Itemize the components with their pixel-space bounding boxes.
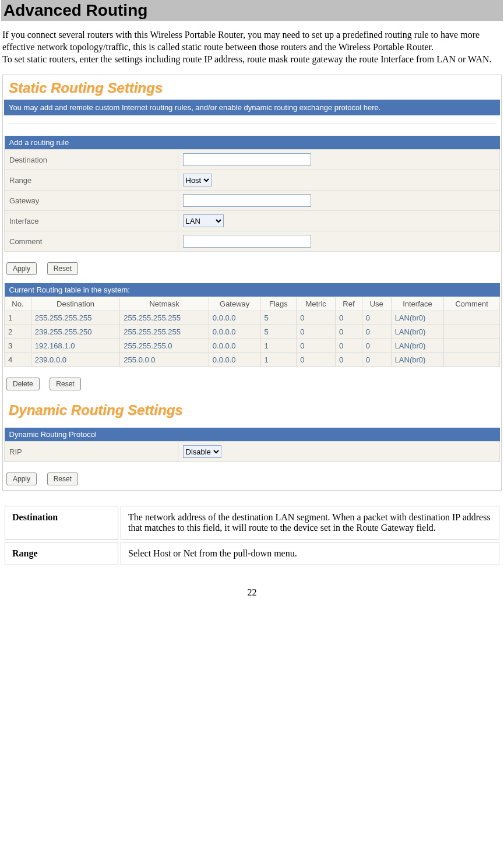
table-cell: 192.168.1.0 (31, 339, 120, 353)
table-cell: 0 (362, 311, 391, 325)
comment-input[interactable] (183, 235, 311, 248)
page-number: 22 (0, 587, 504, 598)
definition-term: Destination (5, 506, 118, 540)
table-cell: 0 (336, 353, 362, 367)
dynamic-routing-title: Dynamic Routing Protocol (5, 428, 500, 442)
static-routing-heading: Static Routing Settings (4, 76, 500, 100)
table-cell: 255.0.0.0 (120, 353, 209, 367)
table-row: 2239.255.255.250255.255.255.2550.0.0.050… (5, 325, 500, 339)
table-cell (444, 339, 500, 353)
table-row: 1255.255.255.255255.255.255.2550.0.0.050… (5, 311, 500, 325)
table-cell: 0 (297, 353, 336, 367)
destination-label: Destination (5, 150, 178, 170)
table-cell: 0 (297, 325, 336, 339)
table-cell: LAN(br0) (391, 325, 444, 339)
table-cell: 239.255.255.250 (31, 325, 120, 339)
col-interface: Interface (391, 297, 444, 311)
table-cell: 1 (260, 353, 297, 367)
col-netmask: Netmask (120, 297, 209, 311)
col-use: Use (362, 297, 391, 311)
col-destination: Destination (31, 297, 120, 311)
definition-section: DestinationThe network address of the de… (2, 503, 502, 568)
table-cell: 1 (5, 311, 31, 325)
table-cell: LAN(br0) (391, 353, 444, 367)
table-cell: 0.0.0.0 (209, 325, 260, 339)
intro-paragraph-2: To set static routers, enter the setting… (2, 54, 492, 64)
col-flags: Flags (260, 297, 297, 311)
table-cell: 4 (5, 353, 31, 367)
routing-table-title: Current Routing table in the system: (5, 283, 500, 297)
reset-button[interactable]: Reset (47, 262, 78, 275)
reset-button-2[interactable]: Reset (50, 378, 80, 390)
table-cell: 255.255.255.255 (120, 311, 209, 325)
col-gateway: Gateway (209, 297, 260, 311)
table-cell: 255.255.255.255 (31, 311, 120, 325)
table-row: 3192.168.1.0255.255.255.00.0.0.01000LAN(… (5, 339, 500, 353)
table-cell: 2 (5, 325, 31, 339)
definition-text: Select Host or Net from the pull-down me… (121, 542, 499, 565)
apply-button[interactable]: Apply (6, 262, 37, 275)
dynamic-routing-heading: Dynamic Routing Settings (4, 399, 500, 422)
table-cell (444, 353, 500, 367)
routing-table-header-row: No. Destination Netmask Gateway Flags Me… (5, 297, 500, 311)
table-cell: 0 (297, 311, 336, 325)
definition-term: Range (5, 542, 118, 565)
table-cell: 0 (362, 325, 391, 339)
table-row: 4239.0.0.0255.0.0.00.0.0.01000LAN(br0) (5, 353, 500, 367)
page-title: Advanced Routing (1, 0, 503, 21)
table-cell: 0 (297, 339, 336, 353)
col-comment: Comment (444, 297, 500, 311)
apply-button-2[interactable]: Apply (6, 473, 37, 485)
table-cell: 255.255.255.255 (120, 325, 209, 339)
intro-paragraph-1: If you connect several routers with this… (2, 30, 480, 52)
routing-table: Current Routing table in the system: No.… (4, 283, 500, 367)
rip-select[interactable]: Disable (183, 445, 221, 458)
range-label: Range (5, 170, 178, 191)
table-cell: 0 (362, 339, 391, 353)
delete-button[interactable]: Delete (6, 378, 40, 390)
add-routing-title: Add a routing rule (5, 136, 500, 150)
rip-label: RIP (5, 442, 178, 462)
reset-button-3[interactable]: Reset (47, 473, 78, 485)
gateway-input[interactable] (183, 194, 311, 207)
comment-label: Comment (5, 231, 178, 252)
table-cell: LAN(br0) (391, 311, 444, 325)
table-cell: 5 (260, 325, 297, 339)
table-cell: 0 (336, 325, 362, 339)
definition-text: The network address of the destination L… (121, 506, 499, 540)
table-cell: LAN(br0) (391, 339, 444, 353)
add-routing-rule-table: Add a routing rule Destination Range Hos… (4, 136, 500, 252)
table-cell: 255.255.255.0 (120, 339, 209, 353)
table-cell: 239.0.0.0 (31, 353, 120, 367)
table-cell: 5 (260, 311, 297, 325)
interface-select[interactable]: LAN (183, 214, 224, 227)
destination-input[interactable] (183, 153, 311, 166)
table-cell (444, 325, 500, 339)
intro-text: If you connect several routers with this… (2, 29, 502, 65)
dynamic-routing-table: Dynamic Routing Protocol RIP Disable (4, 428, 500, 462)
table-cell: 0.0.0.0 (209, 339, 260, 353)
divider (8, 124, 496, 124)
range-select[interactable]: Host (183, 174, 212, 186)
table-cell: 1 (260, 339, 297, 353)
col-no: No. (5, 297, 31, 311)
interface-label: Interface (5, 211, 178, 231)
table-cell (444, 311, 500, 325)
gateway-label: Gateway (5, 191, 178, 211)
table-cell: 0 (362, 353, 391, 367)
table-cell: 0 (336, 339, 362, 353)
table-cell: 3 (5, 339, 31, 353)
settings-panel: Static Routing Settings You may add and … (2, 75, 502, 491)
static-info-bar: You may add and remote custom Internet r… (4, 100, 500, 115)
table-cell: 0.0.0.0 (209, 353, 260, 367)
col-metric: Metric (297, 297, 336, 311)
table-cell: 0 (336, 311, 362, 325)
table-cell: 0.0.0.0 (209, 311, 260, 325)
col-ref: Ref (336, 297, 362, 311)
